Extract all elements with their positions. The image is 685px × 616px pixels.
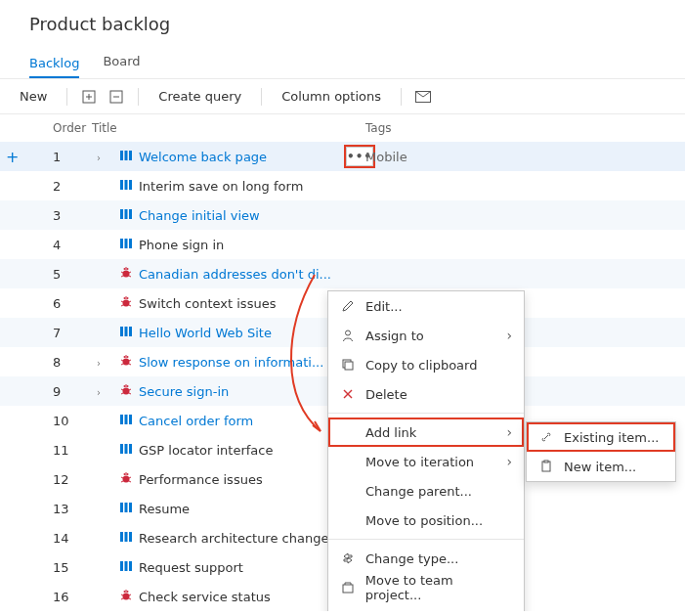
svg-line-41 — [121, 364, 123, 365]
table-row[interactable]: 3Change initial view — [0, 200, 685, 230]
menu-add-link-label: Add link — [365, 425, 416, 440]
svg-line-64 — [129, 481, 131, 482]
collapse-icon[interactable] — [107, 87, 126, 107]
new-button[interactable]: New — [12, 85, 55, 108]
svg-rect-35 — [125, 327, 128, 336]
svg-rect-36 — [129, 327, 132, 336]
row-order: 13 — [53, 502, 92, 516]
row-title[interactable]: Slow response on informati... — [139, 355, 323, 370]
svg-line-23 — [129, 276, 131, 277]
bug-icon — [119, 383, 133, 400]
svg-rect-75 — [129, 561, 132, 571]
submenu-existing-item[interactable]: Existing item... — [527, 422, 675, 452]
chevron-right-icon[interactable]: › — [92, 387, 106, 398]
col-tags: Tags — [365, 121, 685, 135]
submenu-existing-label: Existing item... — [564, 430, 659, 445]
svg-line-39 — [121, 360, 123, 361]
menu-change-type[interactable]: Change type... — [328, 544, 524, 573]
pbi-icon — [119, 178, 133, 195]
table-row[interactable]: +1›Welcome back page•••Mobile — [0, 142, 685, 171]
submenu-new-label: New item... — [564, 460, 636, 474]
email-icon[interactable] — [413, 87, 433, 107]
menu-assign-to[interactable]: Assign to — [328, 321, 524, 350]
table-row[interactable]: 5Canadian addresses don't di... — [0, 259, 685, 288]
submenu-new-item[interactable]: New item... — [527, 452, 675, 481]
svg-point-18 — [123, 270, 130, 277]
row-title[interactable]: Hello World Web Site — [139, 326, 272, 340]
row-title: Check service status — [139, 590, 271, 604]
svg-line-28 — [121, 301, 123, 302]
bug-icon — [119, 471, 133, 488]
svg-rect-69 — [129, 503, 132, 512]
row-order: 10 — [53, 414, 92, 428]
svg-rect-7 — [125, 151, 128, 160]
menu-move-iteration[interactable]: Move to iteration — [328, 447, 524, 476]
svg-rect-10 — [125, 180, 128, 190]
page-title: Product backlog — [0, 0, 685, 48]
menu-email[interactable]: Email... — [328, 602, 524, 611]
menu-move-position[interactable]: Move to position... — [328, 506, 524, 535]
svg-point-26 — [123, 299, 130, 306]
menu-email-label: Email... — [365, 610, 412, 612]
svg-point-51 — [124, 385, 126, 387]
row-order: 12 — [53, 472, 92, 487]
create-query-button[interactable]: Create query — [150, 85, 249, 108]
svg-rect-53 — [120, 415, 123, 424]
svg-rect-95 — [544, 461, 548, 462]
tab-board[interactable]: Board — [103, 48, 140, 74]
row-title-cell: Phone sign in — [119, 237, 346, 253]
menu-move-team-project[interactable]: Move to team project... — [328, 573, 524, 602]
row-title[interactable]: Change initial view — [139, 208, 260, 223]
svg-line-63 — [121, 481, 123, 482]
chevron-right-icon[interactable]: › — [92, 153, 106, 163]
row-title-cell: Interim save on long form — [119, 178, 346, 195]
menu-delete[interactable]: Delete — [328, 379, 524, 409]
toolbar: New Create query Column options — [0, 79, 685, 114]
blank-icon — [340, 454, 356, 469]
svg-point-24 — [124, 268, 126, 270]
table-row[interactable]: 2Interim save on long form — [0, 171, 685, 200]
svg-line-80 — [121, 598, 123, 599]
pbi-icon — [119, 501, 133, 517]
row-title: Research architecture changes — [139, 531, 335, 546]
row-order: 4 — [53, 238, 92, 252]
table-row[interactable]: 4Phone sign in — [0, 230, 685, 259]
row-order: 8 — [53, 355, 92, 370]
svg-rect-54 — [125, 415, 128, 424]
svg-point-59 — [123, 475, 130, 482]
menu-change-parent-label: Change parent... — [365, 484, 472, 499]
row-order: 15 — [53, 560, 92, 575]
bug-icon — [119, 354, 133, 371]
blank-icon — [340, 512, 356, 528]
row-title: Phone sign in — [139, 238, 224, 252]
add-new-icon[interactable]: + — [6, 148, 19, 166]
row-title[interactable]: Cancel order form — [139, 414, 253, 428]
column-options-button[interactable]: Column options — [274, 85, 389, 108]
svg-rect-14 — [129, 209, 132, 219]
menu-change-parent[interactable]: Change parent... — [328, 476, 524, 506]
menu-copy[interactable]: Copy to clipboard — [328, 350, 524, 379]
menu-add-link[interactable]: Add link — [328, 418, 524, 447]
svg-rect-11 — [129, 180, 132, 190]
svg-rect-74 — [125, 561, 128, 571]
pbi-icon — [119, 325, 133, 341]
row-title[interactable]: Welcome back page — [139, 150, 267, 164]
svg-point-43 — [124, 356, 126, 358]
svg-line-62 — [129, 477, 131, 478]
menu-edit[interactable]: Edit... — [328, 291, 524, 321]
row-order: 9 — [53, 384, 92, 399]
svg-line-50 — [129, 393, 131, 394]
svg-rect-89 — [343, 585, 353, 593]
pencil-icon — [340, 298, 356, 314]
separator — [261, 88, 262, 106]
expand-icon[interactable] — [79, 87, 99, 107]
svg-point-52 — [127, 385, 129, 387]
row-tag: Mobile — [365, 150, 685, 164]
bug-icon — [119, 589, 133, 605]
tab-backlog[interactable]: Backlog — [29, 50, 79, 78]
row-order: 11 — [53, 443, 92, 458]
row-title[interactable]: Canadian addresses don't di... — [139, 267, 331, 282]
row-title[interactable]: Secure sign-in — [139, 384, 229, 399]
svg-line-20 — [121, 272, 123, 273]
chevron-right-icon[interactable]: › — [92, 358, 106, 369]
